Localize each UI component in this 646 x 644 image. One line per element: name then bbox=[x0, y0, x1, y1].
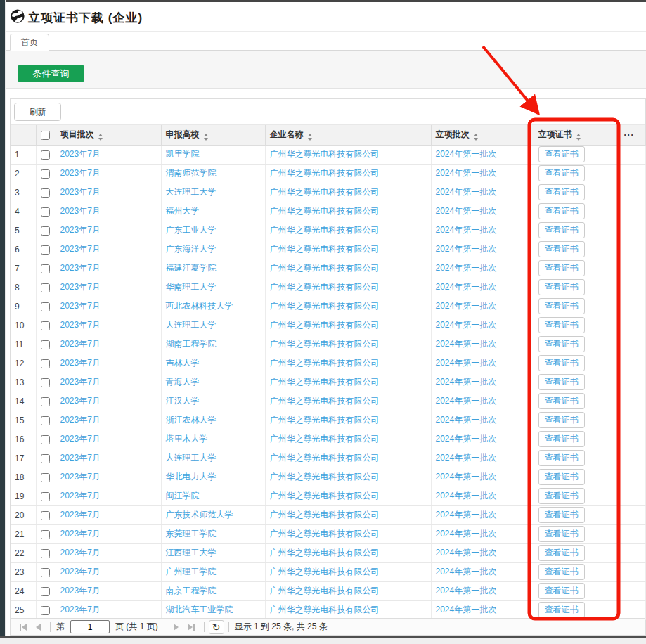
table-row[interactable]: 1 2023年7月 凯里学院 广州华之尊光电科技有限公司 2024年第一批次 查… bbox=[11, 145, 646, 164]
cell-approval-batch[interactable]: 2024年第一批次 bbox=[431, 259, 534, 278]
cell-university[interactable]: 福建江夏学院 bbox=[161, 259, 265, 278]
row-checkbox[interactable] bbox=[41, 587, 50, 596]
row-checkbox[interactable] bbox=[41, 378, 50, 387]
cell-approval-batch[interactable]: 2024年第一批次 bbox=[431, 316, 534, 335]
view-cert-button[interactable]: 查看证书 bbox=[538, 355, 585, 371]
cell-company[interactable]: 广州华之尊光电科技有限公司 bbox=[265, 562, 431, 581]
tab-home[interactable]: 首页 bbox=[10, 34, 49, 51]
cell-project-batch[interactable]: 2023年7月 bbox=[56, 487, 161, 505]
table-row[interactable]: 19 2023年7月 闽江学院 广州华之尊光电科技有限公司 2024年第一批次 … bbox=[11, 487, 646, 505]
view-cert-button[interactable]: 查看证书 bbox=[538, 222, 585, 238]
cell-company[interactable]: 广州华之尊光电科技有限公司 bbox=[265, 221, 431, 240]
cell-university[interactable]: 福州大学 bbox=[161, 202, 265, 221]
cell-project-batch[interactable]: 2023年7月 bbox=[56, 581, 161, 600]
cell-project-batch[interactable]: 2023年7月 bbox=[56, 221, 161, 240]
refresh-button[interactable]: 刷新 bbox=[14, 103, 61, 121]
view-cert-button[interactable]: 查看证书 bbox=[538, 526, 585, 542]
sort-icon[interactable] bbox=[474, 134, 478, 141]
cell-company[interactable]: 广州华之尊光电科技有限公司 bbox=[265, 240, 431, 259]
column-more-button[interactable]: ··· bbox=[619, 125, 646, 145]
prev-page-button[interactable] bbox=[30, 620, 46, 634]
view-cert-button[interactable]: 查看证书 bbox=[538, 165, 585, 181]
cell-project-batch[interactable]: 2023年7月 bbox=[56, 183, 161, 202]
row-checkbox[interactable] bbox=[41, 435, 50, 444]
view-cert-button[interactable]: 查看证书 bbox=[538, 450, 585, 466]
cell-company[interactable]: 广州华之尊光电科技有限公司 bbox=[265, 278, 431, 297]
cell-company[interactable]: 广州华之尊光电科技有限公司 bbox=[265, 297, 431, 316]
cell-university[interactable]: 华北电力大学 bbox=[161, 468, 265, 487]
table-row[interactable]: 14 2023年7月 江汉大学 广州华之尊光电科技有限公司 2024年第一批次 … bbox=[11, 392, 646, 411]
pager-refresh-button[interactable]: ↻ bbox=[209, 620, 224, 634]
header-approval-batch[interactable]: 立项批次 bbox=[431, 125, 534, 145]
cell-university[interactable]: 浙江农林大学 bbox=[161, 411, 265, 430]
cell-university[interactable]: 湖南工程学院 bbox=[161, 335, 265, 354]
cell-company[interactable]: 广州华之尊光电科技有限公司 bbox=[265, 430, 431, 449]
cell-approval-batch[interactable]: 2024年第一批次 bbox=[431, 297, 534, 316]
cell-university[interactable]: 广州理工学院 bbox=[161, 562, 265, 581]
select-all-checkbox[interactable] bbox=[41, 131, 50, 140]
row-checkbox[interactable] bbox=[41, 207, 50, 217]
cell-project-batch[interactable]: 2023年7月 bbox=[56, 202, 161, 221]
cell-approval-batch[interactable]: 2024年第一批次 bbox=[431, 581, 534, 600]
cell-project-batch[interactable]: 2023年7月 bbox=[56, 335, 161, 354]
cell-company[interactable]: 广州华之尊光电科技有限公司 bbox=[265, 373, 431, 392]
table-row[interactable]: 11 2023年7月 湖南工程学院 广州华之尊光电科技有限公司 2024年第一批… bbox=[11, 335, 646, 354]
cell-project-batch[interactable]: 2023年7月 bbox=[56, 278, 161, 297]
header-certificate[interactable]: 立项证书 bbox=[534, 125, 619, 145]
cell-approval-batch[interactable]: 2024年第一批次 bbox=[431, 145, 534, 164]
cell-project-batch[interactable]: 2023年7月 bbox=[56, 411, 161, 430]
view-cert-button[interactable]: 查看证书 bbox=[538, 393, 585, 409]
cell-project-batch[interactable]: 2023年7月 bbox=[56, 543, 161, 562]
table-row[interactable]: 7 2023年7月 福建江夏学院 广州华之尊光电科技有限公司 2024年第一批次… bbox=[11, 259, 646, 278]
row-checkbox[interactable] bbox=[41, 169, 50, 179]
cell-approval-batch[interactable]: 2024年第一批次 bbox=[431, 562, 534, 581]
cell-project-batch[interactable]: 2023年7月 bbox=[56, 240, 161, 259]
row-checkbox[interactable] bbox=[41, 302, 50, 311]
cell-approval-batch[interactable]: 2024年第一批次 bbox=[431, 240, 534, 259]
cell-company[interactable]: 广州华之尊光电科技有限公司 bbox=[265, 392, 431, 411]
cell-university[interactable]: 广东技术师范大学 bbox=[161, 505, 265, 524]
cell-project-batch[interactable]: 2023年7月 bbox=[56, 164, 161, 183]
view-cert-button[interactable]: 查看证书 bbox=[538, 184, 585, 200]
first-page-button[interactable] bbox=[15, 620, 30, 634]
cell-project-batch[interactable]: 2023年7月 bbox=[56, 297, 161, 316]
row-checkbox[interactable] bbox=[41, 283, 50, 292]
cell-company[interactable]: 广州华之尊光电科技有限公司 bbox=[265, 164, 431, 183]
cell-company[interactable]: 广州华之尊光电科技有限公司 bbox=[265, 505, 431, 524]
table-row[interactable]: 16 2023年7月 塔里木大学 广州华之尊光电科技有限公司 2024年第一批次… bbox=[11, 430, 646, 449]
cell-approval-batch[interactable]: 2024年第一批次 bbox=[431, 335, 534, 354]
cell-approval-batch[interactable]: 2024年第一批次 bbox=[431, 600, 534, 619]
view-cert-button[interactable]: 查看证书 bbox=[538, 298, 585, 314]
cell-university[interactable]: 广东工业大学 bbox=[161, 221, 265, 240]
cell-university[interactable]: 湖北汽车工业学院 bbox=[161, 600, 265, 619]
cell-company[interactable]: 广州华之尊光电科技有限公司 bbox=[265, 524, 431, 543]
cell-project-batch[interactable]: 2023年7月 bbox=[56, 145, 161, 164]
cell-project-batch[interactable]: 2023年7月 bbox=[56, 373, 161, 392]
cell-university[interactable]: 华南理工大学 bbox=[161, 278, 265, 297]
view-cert-button[interactable]: 查看证书 bbox=[538, 374, 585, 390]
cell-company[interactable]: 广州华之尊光电科技有限公司 bbox=[265, 600, 431, 619]
cell-approval-batch[interactable]: 2024年第一批次 bbox=[431, 278, 534, 297]
cell-university[interactable]: 广东海洋大学 bbox=[161, 240, 265, 259]
view-cert-button[interactable]: 查看证书 bbox=[538, 431, 585, 447]
cell-project-batch[interactable]: 2023年7月 bbox=[56, 354, 161, 373]
table-row[interactable]: 6 2023年7月 广东海洋大学 广州华之尊光电科技有限公司 2024年第一批次… bbox=[11, 240, 646, 259]
row-checkbox[interactable] bbox=[41, 492, 50, 501]
page-number-input[interactable] bbox=[70, 620, 110, 633]
table-row[interactable]: 13 2023年7月 青海大学 广州华之尊光电科技有限公司 2024年第一批次 … bbox=[11, 373, 646, 392]
row-checkbox[interactable] bbox=[41, 264, 50, 273]
cell-university[interactable]: 青海大学 bbox=[161, 373, 265, 392]
table-row[interactable]: 24 2023年7月 南京工程学院 广州华之尊光电科技有限公司 2024年第一批… bbox=[11, 581, 646, 600]
view-cert-button[interactable]: 查看证书 bbox=[538, 488, 585, 504]
view-cert-button[interactable]: 查看证书 bbox=[538, 602, 585, 618]
cell-university[interactable]: 东莞理工学院 bbox=[161, 524, 265, 543]
cell-company[interactable]: 广州华之尊光电科技有限公司 bbox=[265, 183, 431, 202]
cell-project-batch[interactable]: 2023年7月 bbox=[56, 468, 161, 487]
cell-company[interactable]: 广州华之尊光电科技有限公司 bbox=[265, 411, 431, 430]
cell-project-batch[interactable]: 2023年7月 bbox=[56, 449, 161, 468]
view-cert-button[interactable]: 查看证书 bbox=[538, 564, 585, 580]
row-checkbox[interactable] bbox=[41, 454, 50, 463]
cell-approval-batch[interactable]: 2024年第一批次 bbox=[431, 524, 534, 543]
row-checkbox[interactable] bbox=[41, 568, 50, 577]
cell-project-batch[interactable]: 2023年7月 bbox=[56, 316, 161, 335]
